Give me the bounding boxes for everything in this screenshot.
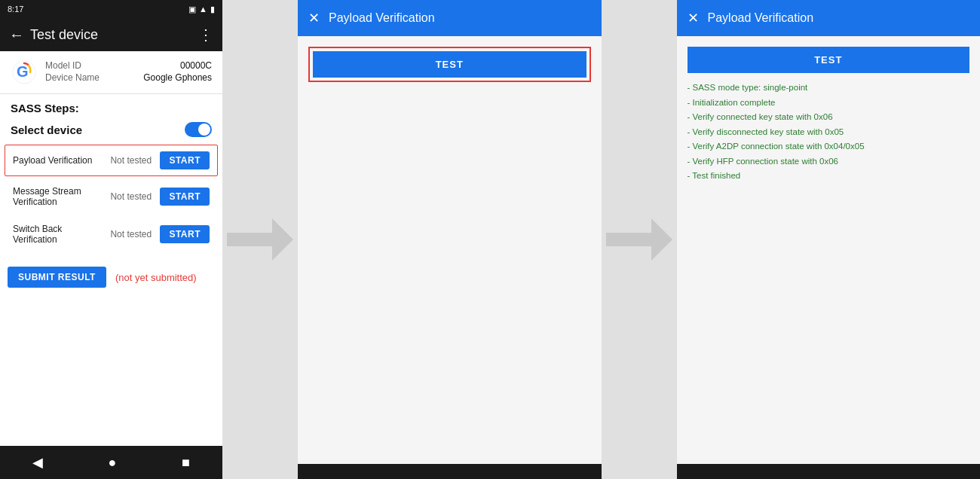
svg-text:G: G xyxy=(17,63,29,80)
device-details: Model ID 00000C Device Name Google Gphon… xyxy=(45,60,212,84)
arrow-head-1 xyxy=(272,218,293,261)
status-icons: ▣ ▲ ▮ xyxy=(188,5,215,14)
result-line: - SASS mode type: single-point xyxy=(688,81,970,96)
dialog-1-close-button[interactable]: ✕ xyxy=(308,10,320,26)
payload-verification-row: Payload Verification Not tested START xyxy=(5,145,218,176)
test-btn-highlighted-container: TEST xyxy=(308,47,591,82)
dialog-1-title: Payload Verification xyxy=(329,11,591,25)
result-lines: - SASS mode type: single-point- Initiali… xyxy=(688,81,970,184)
nav-recents-button[interactable]: ■ xyxy=(182,455,190,471)
arrow-head-2 xyxy=(651,218,672,261)
nav-bar: ◀ ● ■ xyxy=(0,446,222,479)
dialog-2-title: Payload Verification xyxy=(708,11,970,25)
result-line: - Verify disconnected key state with 0x0… xyxy=(688,125,970,140)
more-options-button[interactable]: ⋮ xyxy=(198,26,213,44)
select-device-row: Select device xyxy=(0,119,222,143)
arrow-2 xyxy=(602,0,677,479)
dialog-1-body: TEST xyxy=(298,36,602,464)
select-device-toggle[interactable] xyxy=(185,122,212,137)
arrow-1 xyxy=(222,0,298,479)
toggle-knob xyxy=(198,124,210,136)
results-screen: ✕ Payload Verification TEST - SASS mode … xyxy=(677,0,981,479)
model-id-label: Model ID xyxy=(45,60,81,71)
sim-icon: ▣ xyxy=(188,5,196,14)
message-stream-row: Message Stream Verification Not tested S… xyxy=(5,179,218,214)
result-line: - Initialization complete xyxy=(688,96,970,111)
back-button[interactable]: ← xyxy=(9,26,24,44)
model-id-value: 00000C xyxy=(180,60,212,71)
message-stream-start-button[interactable]: START xyxy=(160,188,210,206)
switch-back-row: Switch Back Verification Not tested STAR… xyxy=(5,217,218,252)
submit-row: SUBMIT RESULT (not yet submitted) xyxy=(0,256,222,298)
nav-home-button[interactable]: ● xyxy=(109,455,117,471)
wifi-icon: ▲ xyxy=(199,5,207,14)
device-name-value: Google Gphones xyxy=(143,72,212,83)
result-line: - Verify A2DP connection state with 0x04… xyxy=(688,139,970,154)
not-submitted-label: (not yet submitted) xyxy=(115,272,197,283)
message-stream-status: Not tested xyxy=(110,191,155,202)
submit-result-button[interactable]: SUBMIT RESULT xyxy=(8,267,106,288)
results-body: TEST - SASS mode type: single-point- Ini… xyxy=(677,36,981,464)
dialog-2-test-button[interactable]: TEST xyxy=(688,47,970,73)
switch-back-label: Switch Back Verification xyxy=(13,224,106,245)
sass-steps-heading: SASS Steps: xyxy=(0,94,222,119)
dialog-2-header: ✕ Payload Verification xyxy=(677,0,981,36)
select-device-label: Select device xyxy=(11,124,82,136)
dialog-1-test-button[interactable]: TEST xyxy=(313,51,586,78)
google-logo: G xyxy=(11,59,38,86)
switch-back-start-button[interactable]: START xyxy=(160,225,210,243)
nav-back-button[interactable]: ◀ xyxy=(32,454,43,471)
dialog-1-header: ✕ Payload Verification xyxy=(298,0,602,36)
device-info: G Model ID 00000C Device Name Google Gph… xyxy=(0,51,222,94)
arrow-body-2 xyxy=(606,233,651,246)
dialog-1-bottom-bar xyxy=(298,464,602,479)
dialog-2-close-button[interactable]: ✕ xyxy=(688,10,699,26)
payload-verification-label: Payload Verification xyxy=(13,155,106,166)
arrow-body-1 xyxy=(227,233,272,246)
status-bar: 8:17 ▣ ▲ ▮ xyxy=(0,0,222,18)
dialog-2-bottom-bar xyxy=(677,464,981,479)
result-line: - Verify HFP connection state with 0x06 xyxy=(688,154,970,169)
payload-verification-status: Not tested xyxy=(110,155,155,166)
payload-verification-start-button[interactable]: START xyxy=(160,151,210,169)
phone-screen: 8:17 ▣ ▲ ▮ ← Test device ⋮ G Model ID xyxy=(0,0,222,479)
result-line: - Test finished xyxy=(688,169,970,184)
device-name-row: Device Name Google Gphones xyxy=(45,72,212,83)
device-name-label: Device Name xyxy=(45,72,100,83)
battery-icon: ▮ xyxy=(210,5,215,14)
top-bar: ← Test device ⋮ xyxy=(0,18,222,51)
switch-back-status: Not tested xyxy=(110,229,155,240)
message-stream-label: Message Stream Verification xyxy=(13,186,106,207)
result-line: - Verify connected key state with 0x06 xyxy=(688,110,970,125)
model-id-row: Model ID 00000C xyxy=(45,60,212,71)
screen-title: Test device xyxy=(30,27,198,43)
status-time: 8:17 xyxy=(8,5,23,14)
dialog-screen-1: ✕ Payload Verification TEST xyxy=(298,0,602,479)
